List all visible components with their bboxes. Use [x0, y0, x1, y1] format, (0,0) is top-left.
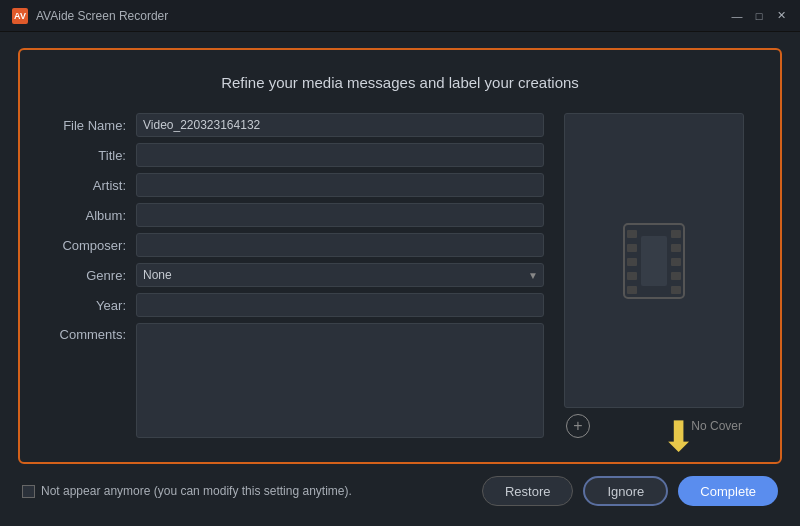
title-bar: AV AVAide Screen Recorder — □ ✕	[0, 0, 800, 32]
artist-input[interactable]	[136, 173, 544, 197]
cover-art-area: + No Cover	[564, 113, 744, 438]
file-name-label: File Name:	[56, 118, 136, 133]
bottom-bar: ⬇ Not appear anymore (you can modify thi…	[18, 464, 782, 510]
form-area: File Name: Title: Artist: Album:	[56, 113, 744, 438]
title-bar-left: AV AVAide Screen Recorder	[12, 8, 168, 24]
svg-rect-11	[641, 236, 667, 286]
panel-title: Refine your media messages and label you…	[56, 74, 744, 91]
genre-select[interactable]: None Pop Rock Jazz Classical Electronic	[136, 263, 544, 287]
composer-input[interactable]	[136, 233, 544, 257]
genre-select-wrapper: None Pop Rock Jazz Classical Electronic …	[136, 263, 544, 287]
arrow-indicator: ⬇	[661, 416, 696, 458]
svg-rect-7	[671, 244, 681, 252]
minimize-button[interactable]: —	[730, 9, 744, 23]
album-label: Album:	[56, 208, 136, 223]
close-button[interactable]: ✕	[774, 9, 788, 23]
complete-button[interactable]: Complete	[678, 476, 778, 506]
ignore-button[interactable]: Ignore	[583, 476, 668, 506]
album-row: Album:	[56, 203, 544, 227]
form-fields: File Name: Title: Artist: Album:	[56, 113, 544, 438]
svg-rect-5	[627, 286, 637, 294]
title-label: Title:	[56, 148, 136, 163]
maximize-button[interactable]: □	[752, 9, 766, 23]
year-label: Year:	[56, 298, 136, 313]
title-bar-controls: — □ ✕	[730, 9, 788, 23]
title-row: Title:	[56, 143, 544, 167]
svg-rect-3	[627, 258, 637, 266]
restore-button[interactable]: Restore	[482, 476, 574, 506]
composer-label: Composer:	[56, 238, 136, 253]
comments-input[interactable]	[136, 323, 544, 438]
no-cover-label: No Cover	[691, 419, 742, 433]
add-cover-button[interactable]: +	[566, 414, 590, 438]
artist-row: Artist:	[56, 173, 544, 197]
comments-row: Comments:	[56, 323, 544, 438]
svg-rect-1	[627, 230, 637, 238]
svg-rect-10	[671, 286, 681, 294]
app-icon: AV	[12, 8, 28, 24]
genre-row: Genre: None Pop Rock Jazz Classical Elec…	[56, 263, 544, 287]
film-strip-icon	[614, 216, 694, 306]
file-name-input[interactable]	[136, 113, 544, 137]
svg-rect-2	[627, 244, 637, 252]
checkbox-area: Not appear anymore (you can modify this …	[22, 484, 352, 498]
svg-rect-9	[671, 272, 681, 280]
cover-bottom-bar: + No Cover	[564, 414, 744, 438]
media-panel: Refine your media messages and label you…	[18, 48, 782, 464]
artist-label: Artist:	[56, 178, 136, 193]
main-content: Refine your media messages and label you…	[0, 32, 800, 526]
not-appear-label: Not appear anymore (you can modify this …	[41, 484, 352, 498]
album-input[interactable]	[136, 203, 544, 227]
year-row: Year:	[56, 293, 544, 317]
not-appear-checkbox[interactable]	[22, 485, 35, 498]
title-input[interactable]	[136, 143, 544, 167]
cover-image-box	[564, 113, 744, 408]
composer-row: Composer:	[56, 233, 544, 257]
comments-label: Comments:	[56, 323, 136, 342]
buttons-area: Restore Ignore Complete	[482, 476, 778, 506]
svg-rect-6	[671, 230, 681, 238]
svg-rect-8	[671, 258, 681, 266]
genre-label: Genre:	[56, 268, 136, 283]
svg-rect-4	[627, 272, 637, 280]
year-input[interactable]	[136, 293, 544, 317]
app-title: AVAide Screen Recorder	[36, 9, 168, 23]
file-name-row: File Name:	[56, 113, 544, 137]
